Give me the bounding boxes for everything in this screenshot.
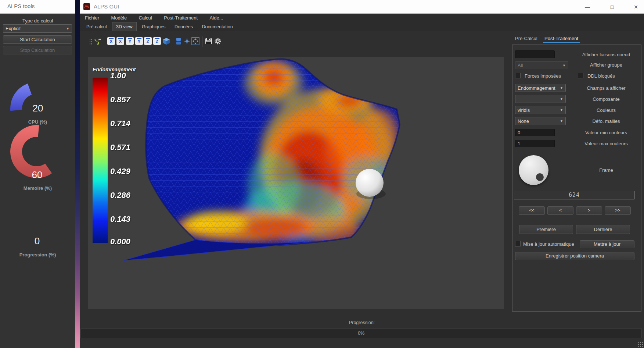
enregistrer-camera-button[interactable]: Enregistrer position camera — [515, 252, 634, 260]
defo-mailles-label: Défo. mailles — [571, 118, 641, 124]
premiere-button[interactable]: Première — [519, 225, 573, 234]
rp-tab-post-traitement[interactable]: Post-Traitement — [543, 35, 580, 43]
type-de-calcul-label: Type de calcul — [0, 18, 75, 24]
champs-a-afficher-label: Champs a afficher — [571, 85, 641, 91]
colorbar-tick: 0.714 — [110, 119, 151, 128]
cpu-value: 20 — [21, 103, 54, 114]
frame-number-lcd: 624 — [514, 191, 634, 199]
composante-label: Composante — [571, 96, 641, 102]
window-title: ALPS GUI — [94, 3, 119, 10]
tab-3d-view[interactable]: 3D view — [112, 22, 136, 31]
viewport-toolbar: X X Y Y Z Z — [88, 36, 242, 48]
colorbar-tick: 0.000 — [110, 237, 151, 246]
chevron-down-icon: ▼ — [560, 97, 563, 101]
menu-modele[interactable]: Modèle — [106, 14, 132, 22]
view-minus-x-button[interactable]: X — [116, 37, 124, 45]
frame-label: Frame — [571, 167, 641, 173]
isometric-view-cube-icon[interactable] — [162, 36, 171, 46]
auto-update-label: Mise à jour automatique — [523, 241, 574, 247]
rp-tab-pre-calcul[interactable]: Pré-Calcul — [514, 35, 539, 43]
window-resize-grip[interactable] — [638, 342, 643, 347]
toolbar-separator — [105, 36, 105, 47]
colorbar — [93, 78, 108, 243]
frame-next-button[interactable]: > — [576, 206, 602, 215]
close-button[interactable]: ✕ — [630, 2, 642, 12]
colorbar-tick: 1.00 — [110, 71, 151, 81]
alps-tools-title: ALPS tools — [7, 3, 35, 9]
save-screenshot-icon[interactable] — [204, 36, 213, 46]
view-plus-x-button[interactable]: X — [107, 37, 115, 45]
afficher-groupe-label: Afficher groupe — [571, 62, 641, 68]
menu-calcul[interactable]: Calcul — [134, 14, 157, 22]
view-minus-z-button[interactable]: Z — [153, 37, 161, 45]
alps-gui-window: ALPS GUI — □ ✕ Fichier Modèle Calcul Pos… — [80, 0, 644, 348]
afficher-liaisons-label: Afficher liaisons noeud — [571, 52, 641, 57]
menu-fichier[interactable]: Fichier — [80, 14, 104, 22]
colorbar-tick: 0.857 — [110, 95, 151, 104]
rotate-view-icon[interactable] — [93, 36, 102, 46]
mettre-a-jour-button[interactable]: Mettre à jour — [580, 240, 634, 248]
tab-pre-calcul[interactable]: Pré-calcul — [83, 22, 111, 31]
contact-sphere — [356, 169, 384, 197]
valeur-min-input[interactable] — [515, 129, 555, 136]
couleurs-dropdown[interactable]: viridis ▼ — [515, 106, 566, 114]
type-de-calcul-dropdown[interactable]: Explicit ▼ — [3, 24, 72, 33]
couleurs-label: Couleurs — [571, 107, 641, 113]
derniere-button[interactable]: Dernière — [576, 225, 630, 234]
defo-mailles-dropdown[interactable]: None ▼ — [515, 117, 566, 125]
progression-value: 0 — [21, 235, 54, 247]
progression-status-label: Progression: — [80, 320, 644, 325]
stop-calculation-button[interactable]: Stop Calculation — [3, 46, 72, 54]
tab-graphiques[interactable]: Graphiques — [138, 22, 169, 31]
tab-donnees[interactable]: Données — [171, 22, 197, 31]
colorbar-tick: 0.286 — [110, 191, 151, 200]
settings-gear-icon[interactable] — [213, 36, 222, 46]
valeur-max-label: Valeur max couleurs — [571, 141, 641, 146]
forces-imposees-label: Forces imposées — [525, 73, 561, 79]
toolbar-drag-handle[interactable] — [89, 39, 92, 45]
reset-camera-star-icon[interactable] — [183, 36, 191, 46]
chevron-down-icon: ▼ — [560, 119, 563, 123]
frame-knob[interactable] — [519, 155, 548, 185]
global-progress-bar: 0% — [80, 329, 642, 338]
auto-update-checkbox[interactable] — [515, 241, 521, 246]
maximize-button[interactable]: □ — [606, 2, 618, 12]
type-de-calcul-value: Explicit — [6, 26, 21, 31]
fit-to-view-icon[interactable] — [191, 36, 200, 46]
forces-imposees-checkbox[interactable] — [515, 73, 521, 78]
start-calculation-button[interactable]: Start Calculation — [3, 35, 72, 44]
composante-dropdown[interactable]: ▼ — [515, 95, 566, 103]
chevron-down-icon: ▼ — [560, 86, 563, 90]
minimize-button[interactable]: — — [581, 2, 594, 12]
memory-label: Memoire (%) — [0, 185, 75, 191]
view-plus-z-button[interactable]: Z — [144, 37, 152, 45]
view-tabbar: Pré-calcul 3D view Graphiques Données Do… — [80, 22, 644, 31]
cpu-label: CPU (%) — [0, 119, 75, 125]
tab-documentation[interactable]: Documentation — [198, 22, 237, 31]
groupe-dropdown[interactable]: All ▼ — [515, 61, 568, 69]
frame-last-button[interactable]: >> — [605, 206, 631, 215]
view-minus-y-button[interactable]: Y — [135, 37, 143, 45]
ddl-bloques-checkbox[interactable] — [578, 73, 583, 78]
valeur-min-label: Valeur min couleurs — [571, 130, 641, 135]
colorbar-tick: 0.143 — [110, 214, 151, 224]
view-plus-y-button[interactable]: Y — [126, 37, 134, 45]
chevron-down-icon: ▼ — [66, 27, 69, 31]
alps-tools-titlebar: ALPS tools — [0, 0, 75, 14]
viewport-3d[interactable]: Endommagement 1.00 0.857 0.714 0.571 0.4… — [88, 57, 504, 309]
menu-aide[interactable]: Aide... — [205, 14, 229, 22]
champs-dropdown[interactable]: Endommagement ▼ — [515, 84, 566, 92]
stacked-views-icon[interactable] — [174, 36, 183, 46]
menu-post-traitement[interactable]: Post-Traitement — [159, 14, 203, 22]
valeur-max-input[interactable] — [515, 140, 555, 147]
colorbar-tick: 0.429 — [110, 167, 151, 176]
alps-gui-titlebar: ALPS GUI — □ ✕ — [80, 0, 644, 14]
liaisons-noeud-input[interactable] — [515, 50, 555, 58]
chevron-down-icon: ▼ — [560, 108, 563, 112]
desktop-wallpaper-strip — [75, 0, 80, 348]
frame-prev-button[interactable]: < — [547, 206, 573, 215]
frame-first-button[interactable]: << — [519, 206, 545, 215]
menubar: Fichier Modèle Calcul Post-Traitement Ai… — [80, 14, 644, 22]
toolbar-separator — [172, 36, 172, 47]
memory-value: 60 — [21, 169, 54, 181]
